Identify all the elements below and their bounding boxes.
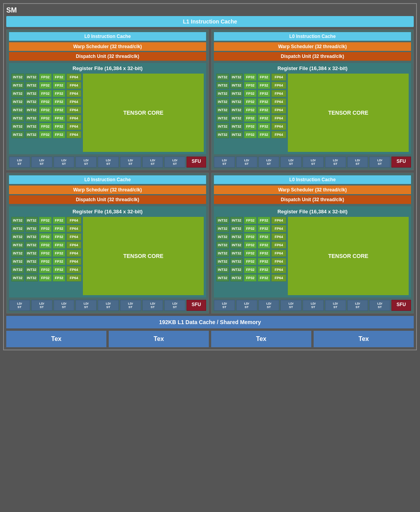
fp64-box: FP64 (66, 242, 81, 249)
bottom-row-3: LD/ST LD/ST LD/ST LD/ST LD/ST LD/ST LD/S… (9, 300, 206, 311)
fp32-box: FP32 (244, 123, 257, 130)
int32-box: INT32 (25, 225, 38, 232)
register-file-area-3: Register File (16,384 x 32-bit) INT32 IN… (9, 206, 206, 297)
fp32-box: FP32 (244, 131, 257, 138)
unit-row: INT32 INT32 FP32 FP32 FP64 (11, 274, 81, 281)
tensor-core-4: TENSOR CORE (288, 217, 409, 295)
int32-box: INT32 (230, 123, 243, 130)
fp32-box: FP32 (53, 115, 65, 122)
fp32-box: FP32 (53, 90, 65, 97)
int32-box: INT32 (216, 266, 229, 273)
unit-row: INT32 INT32 FP32 FP32 FP64 (11, 250, 81, 257)
fp64-box: FP64 (66, 274, 81, 281)
tensor-core-2: TENSOR CORE (288, 74, 409, 152)
unit-row: INT32 INT32 FP32 FP32 FP64 (216, 74, 286, 81)
fp64-box: FP64 (271, 274, 286, 281)
ld-st-box: LD/ST (303, 300, 324, 311)
int32-box: INT32 (216, 250, 229, 257)
fp32-box: FP32 (39, 131, 52, 138)
int32-box: INT32 (230, 242, 243, 249)
fp32-box: FP32 (53, 242, 65, 249)
fp32-box: FP32 (53, 266, 65, 273)
fp32-box: FP32 (244, 98, 257, 105)
fp64-box: FP64 (271, 106, 286, 114)
fp32-box: FP32 (258, 74, 270, 81)
fp32-box: FP32 (258, 82, 270, 89)
sm-container: SM L1 Instruction Cache L0 Instruction C… (3, 3, 417, 350)
register-file-area-4: Register File (16,384 x 32-bit) INT32 IN… (214, 206, 411, 297)
int32-box: INT32 (216, 74, 229, 81)
int32-box: INT32 (11, 115, 24, 122)
fp32-box: FP32 (244, 266, 257, 273)
fp32-box: FP32 (39, 98, 52, 105)
tensor-core-1: TENSOR CORE (83, 74, 204, 152)
fp64-box: FP64 (271, 74, 286, 81)
tex-unit-3: Tex (211, 331, 311, 347)
tex-unit-2: Tex (109, 331, 209, 347)
fp32-box: FP32 (258, 250, 270, 257)
register-file-label-1: Register File (16,384 x 32-bit) (11, 65, 204, 71)
fp32-box: FP32 (39, 266, 52, 273)
fp32-box: FP32 (53, 82, 65, 89)
fp32-box: FP32 (39, 123, 52, 130)
int32-box: INT32 (11, 233, 24, 240)
fp64-box: FP64 (66, 115, 81, 122)
fp32-box: FP32 (258, 274, 270, 281)
int32-box: INT32 (216, 98, 229, 105)
ld-st-box: LD/ST (303, 157, 324, 168)
fp64-box: FP64 (66, 250, 81, 257)
fp32-box: FP32 (258, 131, 270, 138)
int32-box: INT32 (230, 115, 243, 122)
ld-st-box: LD/ST (120, 157, 141, 168)
unit-row: INT32 INT32 FP32 FP32 FP64 (11, 106, 81, 114)
l1-instruction-cache: L1 Instruction Cache (6, 16, 414, 27)
int32-box: INT32 (25, 131, 38, 138)
int32-box: INT32 (230, 74, 243, 81)
fp64-box: FP64 (66, 266, 81, 273)
fp32-box: FP32 (258, 217, 270, 224)
sm-label: SM (6, 6, 414, 14)
int32-box: INT32 (216, 123, 229, 130)
int32-box: INT32 (216, 225, 229, 232)
int32-box: INT32 (230, 131, 243, 138)
unit-row: INT32 INT32 FP32 FP32 FP64 (11, 115, 81, 122)
unit-row: INT32 INT32 FP32 FP32 FP64 (11, 98, 81, 105)
fp32-box: FP32 (258, 233, 270, 240)
ld-st-box: LD/ST (54, 300, 75, 311)
ld-st-box: LD/ST (325, 300, 346, 311)
int32-box: INT32 (25, 266, 38, 273)
fp32-box: FP32 (244, 242, 257, 249)
sfu-box-2: SFU (391, 157, 411, 168)
fp32-box: FP32 (258, 115, 270, 122)
int32-box: INT32 (25, 82, 38, 89)
register-file-label-3: Register File (16,384 x 32-bit) (11, 209, 204, 215)
bottom-row-2: LD/ST LD/ST LD/ST LD/ST LD/ST LD/ST LD/S… (214, 157, 411, 168)
unit-row: INT32 INT32 FP32 FP32 FP64 (11, 123, 81, 130)
quadrant-2: L0 Instruction Cache Warp Scheduler (32 … (211, 29, 414, 170)
unit-row: INT32 INT32 FP32 FP32 FP64 (216, 123, 286, 130)
int32-box: INT32 (11, 250, 24, 257)
ld-st-box: LD/ST (325, 157, 346, 168)
fp32-box: FP32 (53, 106, 65, 114)
compute-area-4: INT32 INT32 FP32 FP32 FP64 INT32 INT32 F… (216, 217, 409, 295)
unit-row: INT32 INT32 FP32 FP32 FP64 (11, 90, 81, 97)
fp32-box: FP32 (53, 250, 65, 257)
l1-data-cache: 192KB L1 Data Cache / Shared Memory (6, 316, 414, 328)
ld-st-box: LD/ST (347, 157, 368, 168)
unit-row: INT32 INT32 FP32 FP32 FP64 (216, 258, 286, 265)
fp64-box: FP64 (271, 90, 286, 97)
fp32-box: FP32 (244, 274, 257, 281)
int32-box: INT32 (216, 131, 229, 138)
fp64-box: FP64 (271, 123, 286, 130)
fp64-box: FP64 (271, 250, 286, 257)
int32-box: INT32 (25, 258, 38, 265)
unit-row: INT32 INT32 FP32 FP32 FP64 (11, 266, 81, 273)
ld-st-box: LD/ST (214, 157, 235, 168)
bottom-row-1: LD/ST LD/ST LD/ST LD/ST LD/ST LD/ST LD/S… (9, 157, 206, 168)
sfu-box-3: SFU (187, 300, 206, 311)
fp32-box: FP32 (244, 82, 257, 89)
fp64-box: FP64 (66, 233, 81, 240)
unit-row: INT32 INT32 FP32 FP32 FP64 (216, 106, 286, 114)
fp64-box: FP64 (271, 225, 286, 232)
fp32-box: FP32 (244, 90, 257, 97)
